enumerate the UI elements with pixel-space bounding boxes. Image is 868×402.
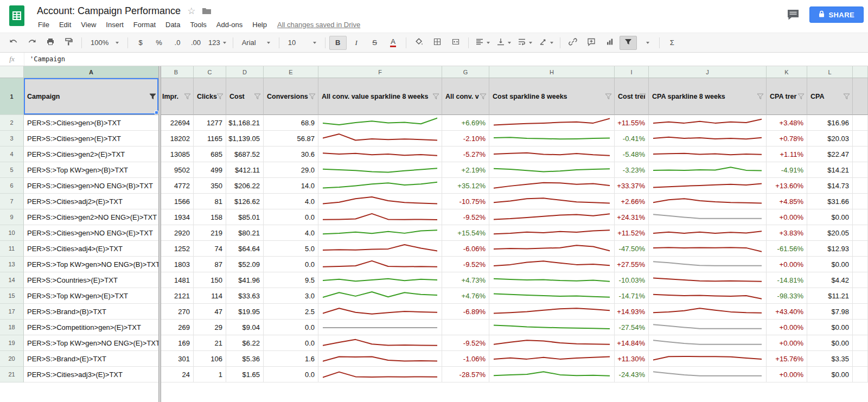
strikethrough-button[interactable]: S bbox=[366, 36, 384, 50]
cell-D18[interactable]: $9.04 bbox=[226, 320, 264, 335]
cell-D20[interactable]: $5.36 bbox=[226, 351, 264, 367]
saved-status-link[interactable]: All changes saved in Drive bbox=[277, 21, 360, 29]
row-number-11[interactable]: 11 bbox=[0, 241, 24, 257]
cell-K4[interactable]: +1.11% bbox=[767, 146, 807, 162]
row-number-18[interactable]: 18 bbox=[0, 320, 24, 335]
cell-E20[interactable]: 1.6 bbox=[264, 351, 318, 367]
cell-G19[interactable]: -9.52% bbox=[442, 335, 489, 351]
cell-J21[interactable] bbox=[649, 367, 767, 382]
header-cell-B[interactable]: Impr. bbox=[159, 78, 194, 115]
cell-J2[interactable] bbox=[649, 115, 767, 131]
cell-K5[interactable]: -4.91% bbox=[767, 162, 807, 178]
cell-F4[interactable] bbox=[318, 146, 442, 162]
menu-file[interactable]: File bbox=[37, 19, 54, 30]
cell-M4[interactable] bbox=[853, 146, 868, 162]
cell-E3[interactable]: 56.87 bbox=[264, 131, 318, 146]
cell-H19[interactable] bbox=[489, 335, 615, 351]
cell-H10[interactable] bbox=[489, 225, 615, 241]
cell-E6[interactable]: 14.0 bbox=[264, 178, 318, 194]
cell-G20[interactable]: -1.06% bbox=[442, 351, 489, 367]
cell-J6[interactable] bbox=[649, 178, 767, 194]
cell-B10[interactable]: 2920 bbox=[159, 225, 194, 241]
cell-C14[interactable]: 150 bbox=[194, 272, 226, 288]
cell-L6[interactable]: $14.73 bbox=[807, 178, 853, 194]
cell-A20[interactable]: PER>S:>Brand>(E)>TXT bbox=[24, 351, 159, 367]
header-cell-A[interactable]: Campaign bbox=[24, 78, 159, 115]
cell-F6[interactable] bbox=[318, 178, 442, 194]
cell-H7[interactable] bbox=[489, 194, 615, 209]
cell-D3[interactable]: $1,139.05 bbox=[226, 131, 264, 146]
cell-K7[interactable]: +4.85% bbox=[767, 194, 807, 209]
text-wrap-icon[interactable] bbox=[515, 36, 535, 50]
merge-cells-icon[interactable] bbox=[447, 36, 464, 50]
cell-J17[interactable] bbox=[649, 304, 767, 320]
print-icon[interactable] bbox=[42, 36, 59, 50]
cell-B11[interactable]: 1252 bbox=[159, 241, 194, 257]
cell-M13[interactable] bbox=[853, 257, 868, 272]
cell-C10[interactable]: 219 bbox=[194, 225, 226, 241]
filter-funnel-icon[interactable] bbox=[149, 93, 156, 100]
cell-K19[interactable]: +0.00% bbox=[767, 335, 807, 351]
cell-C9[interactable]: 158 bbox=[194, 209, 226, 225]
cell-K20[interactable]: +15.76% bbox=[767, 351, 807, 367]
cell-C18[interactable]: 29 bbox=[194, 320, 226, 335]
cell-I2[interactable]: +11.55% bbox=[615, 115, 649, 131]
cell-I9[interactable]: +24.31% bbox=[615, 209, 649, 225]
row-number-10[interactable]: 10 bbox=[0, 225, 24, 241]
insert-comment-icon[interactable] bbox=[583, 36, 600, 50]
column-letter-J[interactable]: J bbox=[649, 66, 767, 78]
cell-E5[interactable]: 29.0 bbox=[264, 162, 318, 178]
cell-D13[interactable]: $52.09 bbox=[226, 257, 264, 272]
cell-F14[interactable] bbox=[318, 272, 442, 288]
cell-G11[interactable]: -6.06% bbox=[442, 241, 489, 257]
cell-C13[interactable]: 87 bbox=[194, 257, 226, 272]
cell-H4[interactable] bbox=[489, 146, 615, 162]
cell-J3[interactable] bbox=[649, 131, 767, 146]
filter-views-caret[interactable] bbox=[638, 36, 655, 50]
cell-D21[interactable]: $1.65 bbox=[226, 367, 264, 382]
cell-A15[interactable]: PER>S:>Top KW>gen>(E)>TXT bbox=[24, 288, 159, 304]
selection-handle[interactable] bbox=[155, 111, 158, 114]
column-letter-partial[interactable] bbox=[853, 66, 868, 78]
cell-L14[interactable]: $4.42 bbox=[807, 272, 853, 288]
cell-M5[interactable] bbox=[853, 162, 868, 178]
cell-D10[interactable]: $80.21 bbox=[226, 225, 264, 241]
header-cell-partial[interactable] bbox=[853, 78, 868, 115]
cell-B9[interactable]: 1934 bbox=[159, 209, 194, 225]
filter-funnel-icon[interactable] bbox=[254, 93, 261, 100]
cell-J13[interactable] bbox=[649, 257, 767, 272]
cell-H3[interactable] bbox=[489, 131, 615, 146]
cell-K6[interactable]: +13.60% bbox=[767, 178, 807, 194]
cell-M17[interactable] bbox=[853, 304, 868, 320]
row-number-17[interactable]: 17 bbox=[0, 304, 24, 320]
insert-link-icon[interactable] bbox=[564, 36, 582, 50]
column-letter-I[interactable]: I bbox=[615, 66, 649, 78]
cell-H18[interactable] bbox=[489, 320, 615, 335]
cell-F15[interactable] bbox=[318, 288, 442, 304]
cell-E19[interactable]: 0.0 bbox=[264, 335, 318, 351]
menu-tools[interactable]: Tools bbox=[185, 19, 211, 30]
cell-K2[interactable]: +3.48% bbox=[767, 115, 807, 131]
header-cell-G[interactable]: All conv. v bbox=[442, 78, 489, 115]
cell-I10[interactable]: +11.52% bbox=[615, 225, 649, 241]
cell-A17[interactable]: PER>S:>Brand>(B)>TXT bbox=[24, 304, 159, 320]
cell-H9[interactable] bbox=[489, 209, 615, 225]
filter-funnel-icon[interactable] bbox=[432, 93, 439, 100]
row-number-7[interactable]: 7 bbox=[0, 194, 24, 209]
filter-funnel-icon[interactable] bbox=[605, 93, 612, 100]
row-number-13[interactable]: 13 bbox=[0, 257, 24, 272]
cell-K3[interactable]: +0.78% bbox=[767, 131, 807, 146]
cell-L15[interactable]: $11.21 bbox=[807, 288, 853, 304]
cell-I21[interactable]: -24.43% bbox=[615, 367, 649, 382]
cell-E21[interactable]: 0.0 bbox=[264, 367, 318, 382]
cell-G13[interactable]: -9.52% bbox=[442, 257, 489, 272]
select-all-corner[interactable] bbox=[0, 66, 24, 78]
cell-C11[interactable]: 74 bbox=[194, 241, 226, 257]
cell-K9[interactable]: +0.00% bbox=[767, 209, 807, 225]
cell-E15[interactable]: 3.0 bbox=[264, 288, 318, 304]
cell-J5[interactable] bbox=[649, 162, 767, 178]
column-letter-E[interactable]: E bbox=[264, 66, 318, 78]
cell-E17[interactable]: 2.5 bbox=[264, 304, 318, 320]
cell-F5[interactable] bbox=[318, 162, 442, 178]
cell-G6[interactable]: +35.12% bbox=[442, 178, 489, 194]
